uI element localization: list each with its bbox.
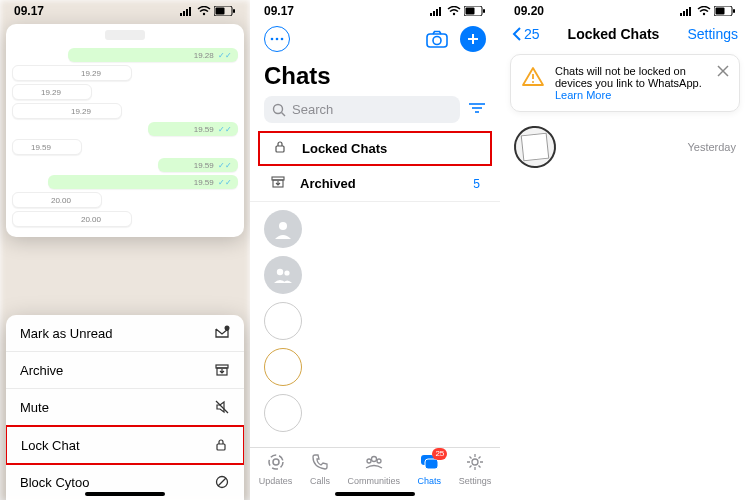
avatar (512, 124, 558, 170)
read-ticks-icon: ✓✓ (216, 161, 232, 170)
outgoing-message[interactable]: 19.59 ✓✓ (148, 122, 238, 136)
updates-icon (266, 452, 286, 474)
svg-rect-6 (216, 8, 225, 15)
message-time: 19.29 (71, 107, 91, 116)
outgoing-message[interactable]: 19.28 ✓✓ (68, 48, 238, 62)
chat-timestamp: Yesterday (687, 141, 736, 153)
tab-settings[interactable]: Settings (459, 452, 492, 486)
mark-unread-item[interactable]: Mark as Unread (6, 315, 244, 352)
incoming-message[interactable]: 19.29 (12, 103, 122, 119)
svg-point-59 (532, 81, 534, 83)
archived-label: Archived (300, 176, 459, 191)
chat-preview-card[interactable]: 19.28 ✓✓19.2919.2919.2919.59 ✓✓19.5919.5… (6, 24, 244, 237)
incoming-message[interactable]: 20.00 (12, 211, 132, 227)
back-button[interactable]: 25 (512, 26, 540, 42)
archive-icon (214, 362, 230, 378)
incoming-message[interactable]: 20.00 (12, 192, 102, 208)
svg-line-14 (218, 478, 226, 486)
learn-more-link[interactable]: Learn More (555, 89, 611, 101)
svg-rect-52 (686, 9, 688, 16)
search-input[interactable]: Search (264, 96, 460, 123)
svg-rect-0 (180, 13, 182, 16)
archived-row[interactable]: Archived 5 (250, 166, 500, 202)
chat-row[interactable] (250, 298, 500, 344)
svg-rect-57 (733, 9, 735, 13)
archive-item[interactable]: Archive (6, 352, 244, 389)
tab-updates[interactable]: Updates (259, 452, 293, 486)
mute-item[interactable]: Mute (6, 389, 244, 426)
locked-chats-row[interactable]: Locked Chats (258, 131, 492, 166)
svg-rect-51 (683, 11, 685, 16)
notice-text: Chats will not be locked on devices you … (555, 65, 702, 89)
svg-point-45 (367, 459, 371, 463)
chevron-left-icon (512, 26, 522, 42)
lock-chat-item[interactable]: Lock Chat (6, 425, 244, 465)
status-bar: 09.20 (500, 0, 750, 20)
tab-communities[interactable]: Communities (347, 452, 400, 486)
archived-count: 5 (473, 177, 480, 191)
svg-point-49 (472, 459, 478, 465)
svg-rect-1 (183, 11, 185, 16)
close-icon[interactable] (717, 65, 729, 79)
compose-button[interactable] (460, 26, 486, 52)
settings-link[interactable]: Settings (687, 26, 738, 42)
status-time: 09.20 (514, 4, 544, 18)
block-icon (214, 474, 230, 490)
svg-point-8 (225, 326, 230, 331)
svg-point-39 (279, 222, 287, 230)
svg-rect-56 (716, 8, 725, 15)
message-time: 20.00 (81, 215, 101, 224)
more-button[interactable] (264, 26, 290, 52)
outgoing-message[interactable]: 19.59 ✓✓ (48, 175, 238, 189)
svg-rect-53 (689, 7, 691, 16)
outgoing-message[interactable]: 19.59 ✓✓ (158, 158, 238, 172)
svg-point-40 (277, 269, 283, 275)
tab-calls[interactable]: Calls (310, 452, 330, 486)
home-indicator[interactable] (335, 492, 415, 496)
context-menu: Mark as Unread Archive Mute Lock Chat Bl… (6, 315, 244, 500)
svg-rect-50 (680, 13, 682, 16)
svg-point-4 (203, 13, 205, 15)
tab-chats[interactable]: 25 Chats (418, 452, 442, 486)
status-icons (180, 6, 236, 16)
wifi-icon (197, 6, 211, 16)
svg-rect-23 (483, 9, 485, 13)
svg-point-20 (453, 13, 455, 15)
svg-point-26 (281, 38, 284, 41)
svg-rect-12 (217, 444, 225, 450)
calls-icon (310, 452, 330, 474)
svg-line-32 (282, 112, 286, 116)
search-placeholder: Search (292, 102, 333, 117)
chat-row[interactable] (250, 390, 500, 436)
chat-row[interactable] (250, 344, 500, 390)
locked-chat-row[interactable]: Yesterday (514, 126, 736, 168)
svg-rect-7 (233, 9, 235, 13)
message-time: 19.59 (31, 143, 51, 152)
incoming-message[interactable]: 19.29 (12, 84, 92, 100)
status-bar: 09.17 (0, 0, 250, 20)
group-avatar (264, 256, 302, 294)
camera-button[interactable] (424, 26, 450, 52)
search-icon (272, 103, 286, 117)
archive-label: Archive (20, 363, 63, 378)
filter-icon[interactable] (468, 101, 486, 118)
signal-icon (180, 6, 194, 16)
svg-point-31 (274, 104, 283, 113)
status-bar: 09.17 (250, 0, 500, 20)
svg-point-28 (433, 37, 441, 45)
communities-icon (364, 452, 384, 474)
chats-icon: 25 (419, 452, 439, 474)
status-time: 09.17 (264, 4, 294, 18)
message-time: 19.59 (194, 125, 214, 134)
chats-badge: 25 (432, 448, 447, 460)
incoming-message[interactable]: 19.59 (12, 139, 82, 155)
chat-row[interactable] (250, 206, 500, 252)
incoming-message[interactable]: 19.29 (12, 65, 132, 81)
tab-label: Updates (259, 476, 293, 486)
tab-label: Communities (347, 476, 400, 486)
chat-row[interactable] (250, 252, 500, 298)
home-indicator[interactable] (85, 492, 165, 496)
settings-icon (465, 452, 485, 474)
avatar (264, 394, 302, 432)
mark-unread-label: Mark as Unread (20, 326, 112, 341)
